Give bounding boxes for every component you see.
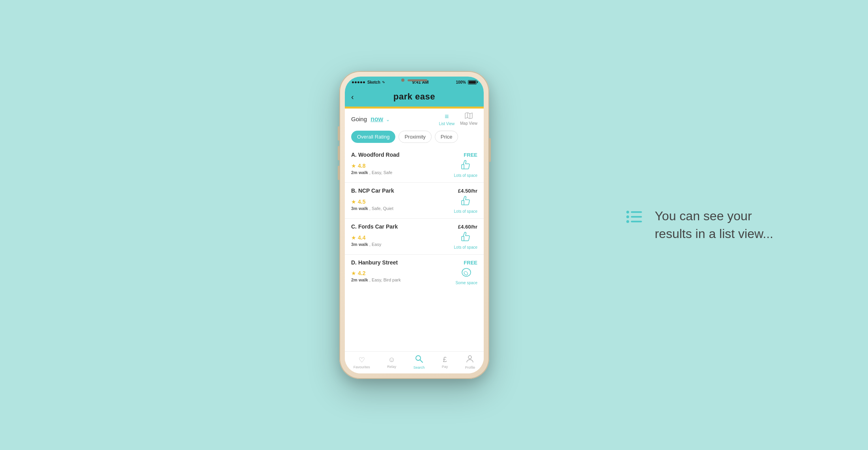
pay-icon: £: [443, 356, 447, 364]
space-label-b: Lots of space: [454, 209, 477, 214]
status-right: 100%: [456, 80, 477, 84]
phone-top: [391, 77, 438, 84]
profile-label: Profile: [465, 366, 475, 369]
thumbs-up-icon-c: [460, 231, 471, 244]
result-header-c: C. Fords Car Park £4.60/hr: [351, 223, 477, 230]
thumbs-up-icon-d: [461, 267, 472, 279]
list-view-toggle[interactable]: ≡ List View: [439, 112, 455, 126]
signal-dot-5: [363, 81, 365, 83]
annotation-line1: You can see your: [655, 207, 773, 225]
thumbs-up-icon-b: [460, 195, 471, 208]
details-extra-c: , Easy: [369, 242, 382, 247]
rating-number-c: 4.4: [358, 234, 365, 241]
signal-dot-1: [352, 81, 354, 83]
result-left-a: ★ 4.8 2m walk , Easy, Safe: [351, 163, 392, 175]
annotation-text: You can see your results in a list view.…: [655, 207, 773, 243]
result-right-a: Lots of space: [454, 159, 477, 178]
result-left-c: ★ 4.4 3m walk , Easy: [351, 234, 381, 247]
result-header-d: D. Hanbury Street FREE: [351, 259, 477, 266]
result-rating-c: ★ 4.4: [351, 234, 381, 241]
signal-dot-2: [355, 81, 357, 83]
content-area: Going now ⌄ ≡ List View: [345, 109, 484, 373]
results-list: A. Woodford Road FREE ★ 4.8 2m walk: [345, 147, 484, 351]
result-price-b: £4.50/hr: [458, 188, 477, 194]
result-name-a: A. Woodford Road: [351, 152, 400, 158]
result-body-c: ★ 4.4 3m walk , Easy: [351, 231, 477, 249]
search-icon: [415, 355, 423, 365]
svg-line-7: [420, 360, 423, 362]
battery-icon: [468, 80, 477, 84]
relay-icon: ☺: [388, 356, 395, 364]
walk-distance-c: 3m walk: [351, 242, 368, 247]
result-name-c: C. Fords Car Park: [351, 223, 398, 230]
app-header: ‹ park ease: [345, 88, 484, 107]
nav-pay[interactable]: £ Pay: [442, 356, 448, 369]
map-view-icon: [465, 112, 473, 120]
walk-distance-d: 2m walk: [351, 278, 368, 282]
view-toggles: ≡ List View Map View: [439, 112, 477, 126]
map-view-label: Map View: [460, 121, 477, 126]
result-right-d: Some space: [455, 267, 477, 285]
map-view-toggle[interactable]: Map View: [460, 112, 477, 126]
thumbs-up-icon-a: [460, 159, 471, 172]
svg-point-8: [468, 356, 471, 359]
star-icon-d: ★: [351, 270, 356, 276]
svg-point-6: [416, 356, 421, 360]
result-details-c: 3m walk , Easy: [351, 242, 381, 247]
rating-number-b: 4.5: [358, 199, 365, 205]
rating-number-d: 4.2: [358, 270, 365, 276]
annotation: You can see your results in a list view.…: [625, 207, 773, 243]
result-details-a: 2m walk , Easy, Safe: [351, 170, 392, 175]
result-left-b: ★ 4.5 3m walk , Safe, Quiet: [351, 199, 393, 211]
going-label: Going: [351, 116, 367, 122]
status-left: Sketch ∿: [352, 80, 385, 84]
result-body-b: ★ 4.5 3m walk , Safe, Quiet: [351, 195, 477, 214]
result-item-c[interactable]: C. Fords Car Park £4.60/hr ★ 4.4 3m walk: [345, 219, 484, 255]
details-extra-a: , Easy, Safe: [369, 170, 393, 175]
signal-dot-4: [360, 81, 362, 83]
svg-rect-10: [631, 211, 642, 213]
sort-tab-proximity[interactable]: Proximity: [398, 131, 431, 143]
sort-tab-price[interactable]: Price: [435, 131, 458, 143]
result-name-d: D. Hanbury Street: [351, 259, 398, 266]
details-extra-b: , Safe, Quiet: [369, 206, 393, 211]
result-item-d[interactable]: D. Hanbury Street FREE ★ 4.2 2m walk: [345, 255, 484, 290]
result-details-d: 2m walk , Easy, Bird park: [351, 278, 401, 282]
going-chevron-icon[interactable]: ⌄: [386, 117, 390, 122]
nav-profile[interactable]: Profile: [465, 355, 475, 369]
pay-label: Pay: [442, 365, 448, 369]
back-button[interactable]: ‹: [351, 92, 354, 101]
result-body-d: ★ 4.2 2m walk , Easy, Bird park: [351, 267, 477, 285]
annotation-list-icon: [625, 209, 643, 226]
battery-fill: [469, 81, 476, 84]
sort-tab-overall-rating[interactable]: Overall Rating: [351, 131, 395, 143]
nav-favourites[interactable]: ♡ Favourites: [354, 356, 370, 369]
app-title: park ease: [393, 92, 435, 102]
signal-dots: [352, 81, 365, 83]
result-rating-b: ★ 4.5: [351, 199, 393, 205]
annotation-line2: results in a list view...: [655, 225, 773, 243]
result-right-b: Lots of space: [454, 195, 477, 214]
result-item-a[interactable]: A. Woodford Road FREE ★ 4.8 2m walk: [345, 147, 484, 183]
favourites-label: Favourites: [354, 365, 370, 369]
list-view-label: List View: [439, 122, 455, 126]
star-icon-b: ★: [351, 199, 356, 205]
space-label-c: Lots of space: [454, 245, 477, 249]
top-controls: Going now ⌄ ≡ List View: [345, 109, 484, 128]
result-price-c: £4.60/hr: [458, 224, 477, 230]
result-rating-a: ★ 4.8: [351, 163, 392, 169]
result-left-d: ★ 4.2 2m walk , Easy, Bird park: [351, 270, 401, 282]
going-time-link[interactable]: now: [370, 116, 383, 122]
profile-icon: [466, 355, 473, 365]
nav-search[interactable]: Search: [413, 355, 425, 369]
result-header-a: A. Woodford Road FREE: [351, 152, 477, 158]
list-view-icon: ≡: [445, 112, 449, 121]
result-right-c: Lots of space: [454, 231, 477, 249]
result-price-a: FREE: [464, 152, 477, 158]
result-item-b[interactable]: B. NCP Car Park £4.50/hr ★ 4.5 3m walk: [345, 183, 484, 219]
result-header-b: B. NCP Car Park £4.50/hr: [351, 188, 477, 194]
result-details-b: 3m walk , Safe, Quiet: [351, 206, 393, 211]
speaker-bar: [408, 79, 427, 81]
relay-label: Relay: [387, 365, 396, 369]
nav-relay[interactable]: ☺ Relay: [387, 356, 396, 369]
